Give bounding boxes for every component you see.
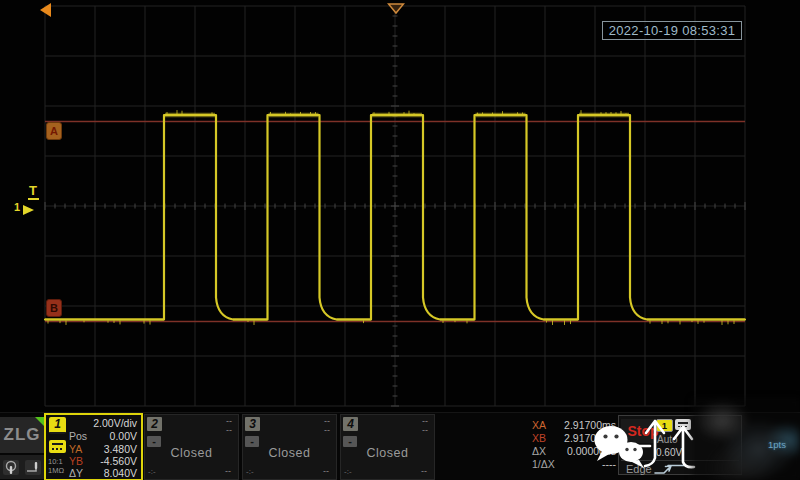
ch4-value-placeholder: -- (421, 466, 427, 476)
ch3-probe-placeholder: -:- (246, 467, 254, 476)
channel4-badge[interactable]: 4 (343, 417, 358, 431)
ch1-ya-label: YA (69, 443, 82, 455)
trigger-coupling-icon[interactable] (675, 419, 691, 430)
cursor-dx-value: 0.00000us (567, 445, 616, 457)
channel3-badge[interactable]: 3 (245, 417, 260, 431)
status-bar: ZLG 1 10:1 1MΩ 2.00V/div (0, 412, 800, 480)
ch1-dc-coupling-icon (49, 440, 66, 453)
trigger-level-underline (28, 198, 39, 200)
ch4-status: Closed (341, 446, 434, 460)
ch1-pos-label: Pos (69, 430, 87, 442)
datetime-display: 2022-10-19 08:53:31 (602, 21, 742, 40)
channel2-badge[interactable]: 2 (147, 417, 162, 431)
cursor-dx-label: ΔX (532, 445, 546, 457)
oscilloscope-screen: 2022-10-19 08:53:31 A B T 1 ZLG (0, 0, 800, 480)
brand-logo: ZLG (0, 417, 44, 453)
cursor-invdx-label: 1/ΔX (532, 458, 555, 470)
trigger-type[interactable]: Edge (626, 463, 652, 475)
trigger-level-label: T (20, 184, 46, 197)
ch1-dy-label: ΔY (69, 467, 83, 479)
ch4-probe-placeholder: -:- (344, 467, 352, 476)
ch2-status: Closed (145, 446, 238, 460)
ch4-pos-placeholder: -- (422, 426, 428, 435)
cursor-xa-value: 2.91700ms (564, 419, 616, 431)
cursor-b-handle[interactable]: B (46, 299, 62, 317)
ch1-yb-label: YB (69, 455, 83, 467)
cursor-a-handle[interactable]: A (46, 122, 62, 140)
channel1-badge[interactable]: 1 (49, 417, 66, 434)
touch-controls (0, 455, 44, 479)
channel1-panel[interactable]: 1 10:1 1MΩ 2.00V/div Pos 0.00V YA 3.480V… (44, 413, 143, 480)
ch1-yb-value: -4.560V (100, 455, 137, 467)
ch3-status: Closed (243, 446, 336, 460)
cursor-xb-label: XB (532, 432, 546, 444)
trigger-mode[interactable]: Auto (657, 434, 678, 445)
ch1-probe-ratio: 10:1 (48, 458, 63, 466)
ch1-dy-value: 8.040V (104, 467, 137, 479)
ch3-value-placeholder: -- (323, 466, 329, 476)
ch2-pos-placeholder: -- (226, 426, 232, 435)
ch1-impedance: 1MΩ (48, 467, 64, 475)
channel3-panel[interactable]: 3 -- -- - Closed -:- -- (242, 414, 337, 480)
cursor-invdx-value: ---- (602, 458, 616, 470)
trigger-level-marker[interactable]: T (20, 184, 46, 200)
ch3-pos-placeholder: -- (324, 426, 330, 435)
cursor-xb-value: 2.91700ms (564, 432, 616, 444)
cursor-xa-label: XA (532, 419, 546, 431)
touch-tap-icon[interactable] (24, 459, 42, 476)
trigger-level-value[interactable]: 0.60V (656, 447, 682, 458)
waveform-display (0, 0, 800, 412)
channel4-panel[interactable]: 4 -- -- - Closed -:- -- (340, 414, 435, 480)
ch2-probe-placeholder: -:- (148, 467, 156, 476)
ch1-ya-value: 3.480V (104, 443, 137, 455)
trigger-panel-divider (621, 460, 739, 461)
ch2-value-placeholder: -- (225, 466, 231, 476)
channel2-panel[interactable]: 2 -- -- - Closed -:- -- (144, 414, 239, 480)
brand-logo-text: ZLG (4, 425, 41, 444)
ch1-pos-value: 0.00V (110, 430, 137, 442)
rising-edge-icon[interactable] (653, 462, 689, 476)
trigger-panel[interactable]: Stop 1 Auto 0.60V Edge (618, 415, 742, 475)
touch-press-icon[interactable] (2, 459, 20, 476)
corner-flag-icon (35, 417, 44, 426)
ch1-ground-label: 1 (14, 201, 20, 213)
ch1-ground-arrow-icon (23, 205, 34, 215)
ch1-volts-per-div: 2.00V/div (93, 417, 137, 429)
ch1-ground-marker[interactable]: 1 (14, 201, 34, 215)
trigger-position-marker-icon[interactable] (387, 3, 405, 15)
trigger-source-badge[interactable]: 1 (656, 419, 673, 432)
cursor-measurement-panel[interactable]: XA 2.91700ms XB 2.91700ms ΔX 0.00000us 1… (528, 417, 620, 475)
